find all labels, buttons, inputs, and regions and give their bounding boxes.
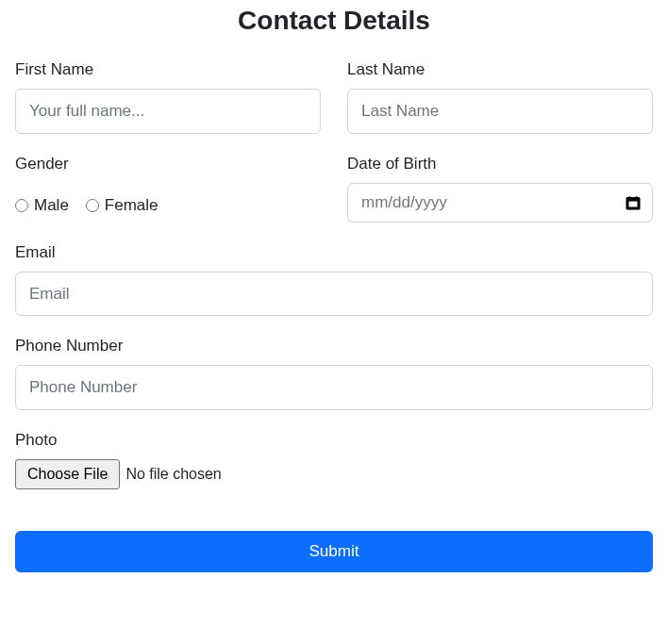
email-label: Email — [15, 243, 653, 262]
first-name-label: First Name — [15, 60, 321, 79]
gender-male-label: Male — [34, 196, 69, 215]
dob-input[interactable] — [347, 183, 653, 223]
submit-button[interactable]: Submit — [15, 531, 653, 572]
gender-label: Gender — [15, 155, 321, 173]
dob-label: Date of Birth — [347, 155, 653, 173]
page-title: Contact Details — [15, 6, 653, 36]
last-name-label: Last Name — [347, 60, 653, 79]
email-input[interactable] — [15, 272, 653, 317]
phone-label: Phone Number — [15, 337, 653, 355]
phone-input[interactable] — [15, 365, 653, 410]
gender-male-radio[interactable] — [15, 199, 28, 212]
first-name-input[interactable] — [15, 89, 321, 134]
gender-female-radio[interactable] — [86, 199, 99, 212]
gender-female-option[interactable]: Female — [86, 196, 159, 215]
choose-file-button[interactable]: Choose File — [15, 459, 120, 489]
last-name-input[interactable] — [347, 89, 653, 134]
photo-label: Photo — [15, 431, 653, 450]
gender-female-label: Female — [105, 196, 159, 215]
file-status: No file chosen — [125, 466, 221, 483]
gender-male-option[interactable]: Male — [15, 196, 69, 215]
